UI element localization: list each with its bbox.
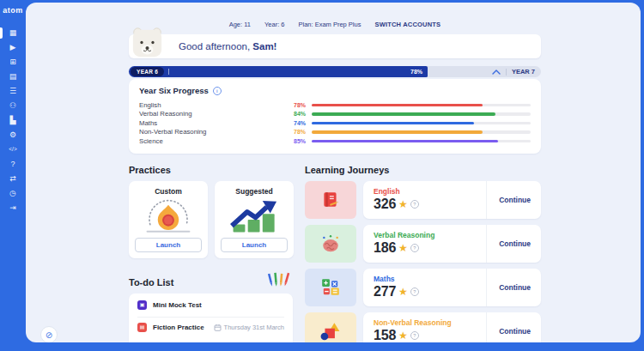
sidebar-item-analytics[interactable]: ▙ xyxy=(0,113,26,128)
sidebar-item-help[interactable]: ? xyxy=(0,157,26,172)
atom-logo[interactable]: atom xyxy=(3,6,23,15)
sidebar-item-settings[interactable]: ⚙ xyxy=(0,128,26,142)
account-info-bar: Age: 11 Year: 6 Plan: Exam Prep Plus SWI… xyxy=(129,21,541,28)
chevron-up-icon[interactable] xyxy=(492,70,501,75)
subject-percent: 84% xyxy=(283,111,306,117)
sidebar-item-code[interactable]: </> xyxy=(0,142,26,157)
practice-icon: ▤ xyxy=(137,323,147,332)
notebook-icon: ▤ xyxy=(9,73,17,81)
code-icon: </> xyxy=(9,147,16,153)
practices-heading: Practices xyxy=(129,165,293,175)
english-tile xyxy=(305,181,356,219)
brain-icon xyxy=(320,233,341,254)
star-icon: ★ xyxy=(398,287,408,297)
help-icon[interactable]: ? xyxy=(410,331,419,340)
users-icon: ⚇ xyxy=(9,102,16,110)
progress-fill xyxy=(312,130,483,134)
progress-fill xyxy=(312,104,483,107)
journey-subject: Verbal Reasoning xyxy=(374,231,434,239)
polar-bear-avatar xyxy=(131,27,163,58)
subject-label: English xyxy=(139,101,283,109)
journey-card: English 326 ★ ? Continue xyxy=(363,181,541,219)
compass-button[interactable]: ⊘ xyxy=(40,326,58,342)
todo-card: ▣ Mini Mock Test ▤ Fiction Practice Thur… xyxy=(129,294,293,343)
subject-label: Non-Verbal Reasoning xyxy=(139,128,283,136)
info-icon[interactable]: i xyxy=(213,87,222,95)
star-icon: ★ xyxy=(398,330,408,341)
divider xyxy=(506,69,507,76)
subject-label: Verbal Reasoning xyxy=(139,110,283,118)
progress-row: English 78% xyxy=(139,100,531,110)
divider xyxy=(168,69,169,75)
journey-row-non-verbal-reasoning: Non-Verbal Reasoning 158 ★ ? Continue xyxy=(305,312,541,343)
continue-button[interactable]: Continue xyxy=(486,181,531,219)
age-label: Age: 11 xyxy=(229,21,251,28)
help-icon[interactable]: ? xyxy=(410,200,419,209)
sidebar-item-courses[interactable]: ⊞ xyxy=(0,55,26,70)
subject-percent: 85% xyxy=(283,138,306,144)
todo-heading: To-do List xyxy=(129,277,173,287)
journey-subject: Maths xyxy=(374,275,419,283)
sidebar-item-history[interactable]: ◷ xyxy=(0,186,26,201)
video-icon: ▶ xyxy=(10,44,16,51)
sidebar-item-video[interactable]: ▶ xyxy=(0,40,26,55)
sidebar-item-community[interactable]: ⚇ xyxy=(0,99,26,113)
journey-subject: Non-Verbal Reasoning xyxy=(374,318,452,327)
suggested-practice-card: Suggested Launch xyxy=(215,181,294,258)
todo-item[interactable]: ▤ Fiction Practice Thursday 31st March xyxy=(137,318,284,337)
progress-row: Science 85% xyxy=(139,136,531,146)
help-icon[interactable]: ? xyxy=(410,287,419,296)
switch-accounts-button[interactable]: SWITCH ACCOUNTS xyxy=(374,21,440,28)
due-date: Thursday 31st March xyxy=(214,324,284,331)
year-progress-bar[interactable]: YEAR 6 78% YEAR 7 xyxy=(129,66,541,77)
greeting-card: Good afternoon, Sam! xyxy=(129,34,541,58)
progress-row: Verbal Reasoning 84% xyxy=(139,110,531,119)
suggested-chart-icon xyxy=(221,197,288,234)
suggested-title: Suggested xyxy=(221,187,288,196)
sidebar-item-tasks[interactable]: ☰ xyxy=(0,84,26,99)
subject-percent: 74% xyxy=(283,120,306,126)
star-icon: ★ xyxy=(398,199,408,209)
year-progress-percent: 78% xyxy=(410,69,422,75)
gear-icon: ⚙ xyxy=(9,131,16,139)
continue-button[interactable]: Continue xyxy=(486,225,531,263)
arrows-icon: ⇄ xyxy=(9,175,16,183)
year7-label[interactable]: YEAR 7 xyxy=(512,68,535,76)
sidebar-item-workbook[interactable]: ▤ xyxy=(0,70,26,84)
book-icon: ⊞ xyxy=(9,58,16,66)
subject-percent: 78% xyxy=(283,102,306,108)
logout-icon: ⇥ xyxy=(9,204,16,212)
custom-title: Custom xyxy=(135,187,202,196)
grid-icon: ▦ xyxy=(9,29,17,37)
year-progress-fill: YEAR 6 78% xyxy=(129,66,428,77)
english-book-icon xyxy=(320,190,341,210)
continue-button[interactable]: Continue xyxy=(486,312,531,343)
continue-button[interactable]: Continue xyxy=(486,269,531,306)
compass-icon: ⊘ xyxy=(46,330,52,340)
journey-score: 326 xyxy=(374,197,396,212)
star-icon: ★ xyxy=(398,243,408,253)
year-bar-right: YEAR 7 xyxy=(492,66,535,77)
custom-gauge-icon xyxy=(135,197,202,234)
journey-score: 158 xyxy=(374,328,396,342)
progress-row: Maths 74% xyxy=(139,118,531,128)
subject-label: Maths xyxy=(139,119,283,127)
year-label: Year: 6 xyxy=(264,21,285,28)
sidebar-item-dashboard[interactable]: ▦ xyxy=(0,26,26,40)
launch-suggested-button[interactable]: Launch xyxy=(221,238,288,252)
sidebar-item-transfer[interactable]: ⇄ xyxy=(0,172,26,186)
journey-row-english: English 326 ★ ? Continue xyxy=(305,181,541,219)
todo-item[interactable]: ▤ Literary Devices Practice Thursday 31s… xyxy=(137,337,284,343)
verbal-reasoning-tile xyxy=(305,225,356,263)
progress-track xyxy=(312,122,531,125)
progress-track xyxy=(312,130,531,134)
help-icon[interactable]: ? xyxy=(410,244,419,252)
todo-item[interactable]: ▣ Mini Mock Test xyxy=(137,300,284,318)
main-content: Age: 11 Year: 6 Plan: Exam Prep Plus SWI… xyxy=(26,3,641,342)
chart-icon: ▙ xyxy=(10,117,16,124)
sidebar-item-logout[interactable]: ⇥ xyxy=(0,201,26,215)
journey-score: 277 xyxy=(374,284,396,300)
progress-row: Non-Verbal Reasoning 78% xyxy=(139,128,531,137)
launch-custom-button[interactable]: Launch xyxy=(135,238,202,252)
progress-fill xyxy=(312,140,498,143)
